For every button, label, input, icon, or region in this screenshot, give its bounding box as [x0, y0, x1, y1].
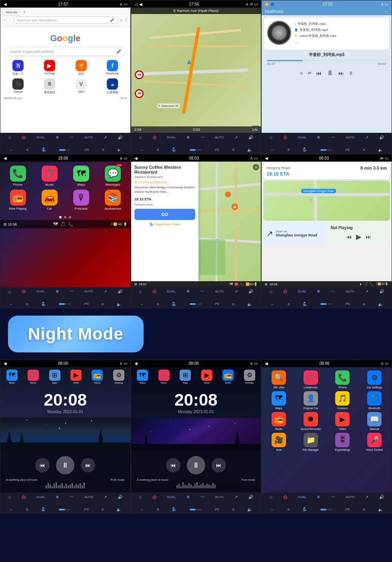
app-radio[interactable]: 📻 Radio — [264, 412, 294, 430]
nav-forward[interactable]: → — [8, 18, 12, 22]
maps-auto-btn[interactable]: AUTO — [215, 290, 224, 293]
nav-back[interactable]: ← — [3, 18, 6, 22]
n1-auto-btn[interactable]: AUTO — [84, 495, 93, 499]
app-video[interactable]: ▶ Video — [328, 412, 358, 430]
n2-curve-btn[interactable]: ↗ — [234, 495, 238, 499]
freeze-btn[interactable]: ❄ — [56, 135, 59, 140]
quick-link-facebook[interactable]: f Facebook — [98, 60, 127, 76]
cp-freeze-btn[interactable]: ❄ — [56, 289, 59, 294]
night2-maps[interactable]: 🗺 Maps — [137, 370, 148, 384]
maps-curve-btn[interactable]: ↗ — [234, 289, 238, 294]
new-tab[interactable]: New tab — [3, 9, 20, 15]
home-btn[interactable]: ⌂ — [8, 134, 11, 140]
app-bluetooth[interactable]: 🔵 Bluetooth — [360, 391, 389, 410]
app-dsp-settings[interactable]: 🎛 DspSettings — [328, 433, 358, 451]
apps-back[interactable]: ◀ — [265, 361, 268, 366]
night1-play-btn[interactable]: ⏸ — [56, 456, 74, 474]
n2-wifi-btn[interactable]: 〰 — [200, 495, 204, 499]
app-voice-control[interactable]: 🎤 Voice Control — [360, 433, 389, 451]
apps-auto-btn[interactable]: AUTO — [346, 495, 354, 499]
maps-power-btn[interactable]: ⏻ — [152, 289, 156, 294]
cp-wifi-btn[interactable]: 〰 — [70, 289, 74, 294]
n2-seat-btn[interactable]: 💺 — [172, 507, 176, 512]
n1-home-btn[interactable]: ⌂ — [8, 494, 11, 500]
np-next-btn[interactable]: ⏭ — [366, 234, 371, 240]
nav-back-arrow[interactable]: ◁ — [134, 2, 138, 6]
cpnav-home-btn[interactable]: ⌂ — [270, 289, 272, 294]
music-vol2[interactable]: 🔈 — [378, 148, 383, 152]
carplay-phone[interactable]: 📞 Phone — [4, 166, 32, 186]
cpnav-dual-btn[interactable]: DUAL — [298, 290, 306, 293]
eq-btn[interactable]: 🎚 — [349, 71, 353, 76]
cpnav-back[interactable]: ◀ — [265, 156, 268, 160]
np-play-btn[interactable]: ▶ — [356, 232, 362, 241]
n1-power-btn[interactable]: ⏻ — [22, 495, 26, 499]
cp-power-btn[interactable]: ⏻ — [22, 289, 26, 294]
playlist-btn[interactable]: ≡ — [300, 71, 302, 76]
url-bar[interactable]: Search or type web address 🎤 — [13, 16, 118, 24]
app-maps[interactable]: 🗺 Maps — [264, 391, 294, 410]
apps-vol2[interactable]: 🔈 — [378, 507, 383, 512]
app-sound-recorder[interactable]: ⏺ Sound Recorder — [296, 412, 326, 430]
night1-music[interactable]: 🎵 Music — [28, 370, 39, 384]
track-item-3[interactable]: 📁 video/半壶纱_刘珂矣.mp3 — [294, 33, 386, 39]
bookmark-icon[interactable]: ☆ — [120, 18, 123, 22]
carplay-messages[interactable]: 💬 259 Messages — [98, 166, 127, 186]
maps-dual-btn[interactable]: DUAL — [167, 290, 176, 293]
nav-dual-btn[interactable]: DUAL — [167, 136, 176, 139]
cpnav-auto-btn[interactable]: AUTO — [346, 290, 354, 293]
cp-back-tb[interactable]: ← — [9, 302, 13, 306]
quick-link-baidu[interactable]: 百 百度一下 — [4, 60, 33, 76]
nav-curve-btn[interactable]: ↗ — [234, 135, 238, 140]
music-home-btn[interactable]: ⌂ — [270, 134, 272, 140]
track-item-2[interactable]: 👤 半壶纱_刘珂矣.mp3 — [294, 27, 386, 33]
nav-freeze-btn[interactable]: ❄ — [186, 135, 190, 140]
prev-btn[interactable]: ⏮ — [316, 70, 322, 76]
quick-link-viex[interactable]: V VIEX — [66, 78, 96, 94]
night1-back[interactable]: ◀ — [4, 361, 7, 366]
carplay-car[interactable]: 🚗 Car — [35, 190, 64, 210]
apps-seat-btn[interactable]: 💺 — [302, 507, 307, 512]
night2-back[interactable]: ◀ — [134, 361, 138, 366]
night2-play-btn[interactable]: ⏸ — [187, 456, 205, 474]
apps-home-btn[interactable]: ⌂ — [270, 494, 272, 500]
night2-video[interactable]: ▶ Vedio — [201, 370, 212, 384]
quick-link-youtube[interactable]: ▶ YouTube — [35, 60, 64, 76]
carplay-podcasts[interactable]: 🎙 Podcasts — [67, 190, 95, 210]
night1-prev-btn[interactable]: ⏮ — [35, 458, 50, 472]
add-tab-btn[interactable]: + — [22, 9, 27, 15]
night2-apps-btn[interactable]: ⊞ Apps — [180, 370, 191, 384]
carplay-maps[interactable]: 🗺 Maps — [67, 166, 95, 186]
maps-freeze-btn[interactable]: ❄ — [186, 289, 190, 294]
seat-btn[interactable]: 💺 — [42, 148, 46, 152]
music-dual-btn[interactable]: DUAL — [298, 136, 306, 139]
apps-dual-btn[interactable]: DUAL — [298, 495, 306, 499]
cp-seat-btn[interactable]: 💺 — [41, 302, 46, 306]
carplay-now-playing[interactable]: 📻 Now Playing — [4, 190, 32, 210]
search-bar[interactable]: Search or type web address 🎤 — [5, 47, 126, 56]
music-freeze-btn[interactable]: ❄ — [317, 135, 320, 140]
n1-vol2[interactable]: 🔈 — [116, 507, 121, 512]
back-arrow[interactable]: ◀ — [4, 2, 7, 6]
n2-vol-btn[interactable]: 🔊 — [248, 495, 253, 499]
cpnav-freeze-btn[interactable]: ❄ — [317, 289, 320, 294]
nav-power-btn[interactable]: ⏻ — [152, 135, 156, 140]
music-back-btn[interactable]: ← — [384, 9, 388, 14]
auto-btn[interactable]: AUTO — [84, 136, 93, 139]
apps-curve-btn[interactable]: ↗ — [365, 495, 368, 499]
cpnav-curve-btn[interactable]: ↗ — [365, 289, 368, 294]
night2-radio[interactable]: 📻 Radio — [222, 370, 234, 384]
n2-dual-btn[interactable]: DUAL — [167, 495, 176, 499]
apps-power-btn[interactable]: ⏻ — [283, 495, 287, 499]
n2-power-btn[interactable]: ⏻ — [152, 495, 156, 499]
night2-next-btn[interactable]: ⏭ — [212, 458, 226, 472]
app-car-settings[interactable]: ⚙ Car Settings — [360, 370, 389, 389]
maps-wifi-btn[interactable]: 〰 — [200, 289, 204, 294]
cpnav-wifi-btn[interactable]: 〰 — [331, 289, 335, 294]
app-manual[interactable]: 📖 Manual — [360, 412, 389, 430]
quick-link-cloud[interactable]: ☁ 云盘视频 — [98, 78, 127, 94]
cp-home-btn[interactable]: ⌂ — [8, 289, 11, 294]
quick-link-huya[interactable]: 虎 虎牙 — [66, 60, 96, 76]
n2-auto-btn[interactable]: AUTO — [215, 495, 224, 499]
cp-vol-btn[interactable]: 🔊 — [118, 289, 122, 294]
